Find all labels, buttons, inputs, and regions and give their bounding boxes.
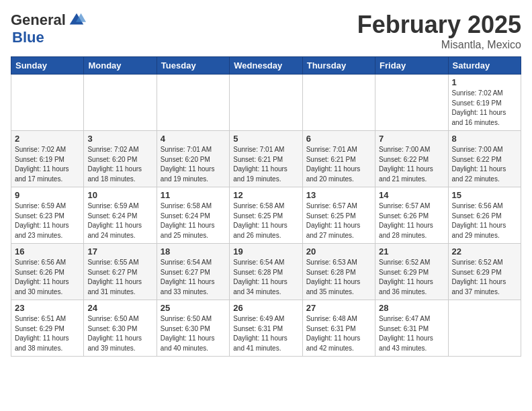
day-info: Sunrise: 6:57 AM Sunset: 6:26 PM Dayligh… (379, 201, 444, 240)
calendar-cell: 17Sunrise: 6:55 AM Sunset: 6:27 PM Dayli… (84, 244, 157, 300)
day-info: Sunrise: 6:48 AM Sunset: 6:31 PM Dayligh… (306, 314, 371, 353)
day-info: Sunrise: 7:01 AM Sunset: 6:21 PM Dayligh… (306, 145, 371, 184)
day-info: Sunrise: 6:52 AM Sunset: 6:29 PM Dayligh… (452, 258, 517, 297)
calendar-cell: 1Sunrise: 7:02 AM Sunset: 6:19 PM Daylig… (448, 75, 521, 131)
month-year: February 2025 (357, 11, 521, 39)
calendar-cell: 8Sunrise: 7:00 AM Sunset: 6:22 PM Daylig… (448, 131, 521, 187)
day-number: 17 (87, 246, 152, 257)
calendar-cell: 16Sunrise: 6:56 AM Sunset: 6:26 PM Dayli… (11, 244, 84, 300)
weekday-header-row: SundayMondayTuesdayWednesdayThursdayFrid… (11, 57, 521, 75)
calendar-cell (230, 75, 302, 131)
day-number: 3 (87, 134, 152, 144)
calendar-week-row: 1Sunrise: 7:02 AM Sunset: 6:19 PM Daylig… (11, 75, 521, 131)
day-number: 14 (379, 190, 444, 200)
calendar-cell: 21Sunrise: 6:52 AM Sunset: 6:29 PM Dayli… (375, 244, 448, 300)
day-number: 6 (306, 134, 371, 144)
calendar-cell: 12Sunrise: 6:58 AM Sunset: 6:25 PM Dayli… (230, 187, 302, 244)
calendar-cell (302, 75, 375, 131)
calendar-cell: 11Sunrise: 6:58 AM Sunset: 6:24 PM Dayli… (157, 187, 229, 244)
day-info: Sunrise: 6:56 AM Sunset: 6:26 PM Dayligh… (15, 258, 80, 297)
calendar-cell: 23Sunrise: 6:51 AM Sunset: 6:29 PM Dayli… (11, 300, 84, 357)
calendar-cell: 5Sunrise: 7:01 AM Sunset: 6:21 PM Daylig… (230, 131, 302, 187)
day-number: 9 (15, 190, 80, 200)
day-info: Sunrise: 6:50 AM Sunset: 6:30 PM Dayligh… (87, 314, 152, 353)
calendar-cell: 13Sunrise: 6:57 AM Sunset: 6:25 PM Dayli… (302, 187, 375, 244)
day-number: 24 (87, 303, 152, 313)
day-info: Sunrise: 6:53 AM Sunset: 6:28 PM Dayligh… (306, 258, 371, 297)
day-number: 2 (15, 134, 80, 144)
day-info: Sunrise: 6:54 AM Sunset: 6:27 PM Dayligh… (161, 258, 226, 297)
day-number: 11 (161, 190, 226, 200)
calendar-cell: 2Sunrise: 7:02 AM Sunset: 6:19 PM Daylig… (11, 131, 84, 187)
day-number: 25 (161, 303, 226, 313)
calendar-cell (448, 300, 521, 357)
day-info: Sunrise: 7:02 AM Sunset: 6:19 PM Dayligh… (15, 145, 80, 184)
day-number: 22 (452, 246, 517, 257)
calendar-cell: 4Sunrise: 7:01 AM Sunset: 6:20 PM Daylig… (157, 131, 229, 187)
day-info: Sunrise: 6:57 AM Sunset: 6:25 PM Dayligh… (306, 201, 371, 240)
day-info: Sunrise: 6:49 AM Sunset: 6:31 PM Dayligh… (233, 314, 298, 353)
day-number: 27 (306, 303, 371, 313)
day-info: Sunrise: 7:01 AM Sunset: 6:20 PM Dayligh… (161, 145, 226, 184)
calendar-cell (11, 75, 84, 131)
calendar-week-row: 2Sunrise: 7:02 AM Sunset: 6:19 PM Daylig… (11, 131, 521, 187)
day-number: 21 (379, 246, 444, 257)
day-info: Sunrise: 6:47 AM Sunset: 6:31 PM Dayligh… (379, 314, 444, 353)
day-number: 5 (233, 134, 298, 144)
calendar-cell: 20Sunrise: 6:53 AM Sunset: 6:28 PM Dayli… (302, 244, 375, 300)
day-info: Sunrise: 7:01 AM Sunset: 6:21 PM Dayligh… (233, 145, 298, 184)
calendar-cell (84, 75, 157, 131)
day-number: 16 (15, 246, 80, 257)
day-number: 15 (452, 190, 517, 200)
title-block: February 2025 Misantla, Mexico (357, 11, 521, 51)
day-info: Sunrise: 7:02 AM Sunset: 6:19 PM Dayligh… (452, 89, 517, 128)
day-info: Sunrise: 6:54 AM Sunset: 6:28 PM Dayligh… (233, 258, 298, 297)
logo-blue: Blue (12, 29, 44, 46)
location: Misantla, Mexico (357, 39, 521, 51)
weekday-header-thursday: Thursday (302, 57, 375, 75)
calendar-cell: 25Sunrise: 6:50 AM Sunset: 6:30 PM Dayli… (157, 300, 229, 357)
weekday-header-tuesday: Tuesday (157, 57, 229, 75)
day-number: 23 (15, 303, 80, 313)
calendar-cell: 28Sunrise: 6:47 AM Sunset: 6:31 PM Dayli… (375, 300, 448, 357)
day-number: 18 (161, 246, 226, 257)
day-number: 12 (233, 190, 298, 200)
weekday-header-monday: Monday (84, 57, 157, 75)
day-number: 4 (161, 134, 226, 144)
day-info: Sunrise: 6:56 AM Sunset: 6:26 PM Dayligh… (452, 201, 517, 240)
weekday-header-sunday: Sunday (11, 57, 84, 75)
calendar-week-row: 23Sunrise: 6:51 AM Sunset: 6:29 PM Dayli… (11, 300, 521, 357)
calendar-cell: 22Sunrise: 6:52 AM Sunset: 6:29 PM Dayli… (448, 244, 521, 300)
calendar-cell (375, 75, 448, 131)
calendar-cell: 3Sunrise: 7:02 AM Sunset: 6:20 PM Daylig… (84, 131, 157, 187)
weekday-header-wednesday: Wednesday (230, 57, 302, 75)
day-number: 20 (306, 246, 371, 257)
day-info: Sunrise: 6:52 AM Sunset: 6:29 PM Dayligh… (379, 258, 444, 297)
day-info: Sunrise: 6:55 AM Sunset: 6:27 PM Dayligh… (87, 258, 152, 297)
logo-general: General (11, 12, 66, 28)
calendar-cell: 19Sunrise: 6:54 AM Sunset: 6:28 PM Dayli… (230, 244, 302, 300)
day-info: Sunrise: 7:00 AM Sunset: 6:22 PM Dayligh… (452, 145, 517, 184)
day-info: Sunrise: 6:50 AM Sunset: 6:30 PM Dayligh… (161, 314, 226, 353)
day-number: 13 (306, 190, 371, 200)
day-number: 7 (379, 134, 444, 144)
calendar-cell: 6Sunrise: 7:01 AM Sunset: 6:21 PM Daylig… (302, 131, 375, 187)
page-header: General Blue February 2025 Misantla, Mex… (11, 11, 521, 51)
day-info: Sunrise: 6:51 AM Sunset: 6:29 PM Dayligh… (15, 314, 80, 353)
day-number: 8 (452, 134, 517, 144)
calendar-cell: 18Sunrise: 6:54 AM Sunset: 6:27 PM Dayli… (157, 244, 229, 300)
day-number: 19 (233, 246, 298, 257)
weekday-header-friday: Friday (375, 57, 448, 75)
calendar-table: SundayMondayTuesdayWednesdayThursdayFrid… (11, 56, 521, 357)
logo-icon (67, 11, 86, 30)
calendar-cell: 27Sunrise: 6:48 AM Sunset: 6:31 PM Dayli… (302, 300, 375, 357)
calendar-cell: 26Sunrise: 6:49 AM Sunset: 6:31 PM Dayli… (230, 300, 302, 357)
calendar-cell: 9Sunrise: 6:59 AM Sunset: 6:23 PM Daylig… (11, 187, 84, 244)
weekday-header-saturday: Saturday (448, 57, 521, 75)
calendar-week-row: 9Sunrise: 6:59 AM Sunset: 6:23 PM Daylig… (11, 187, 521, 244)
calendar-cell: 10Sunrise: 6:59 AM Sunset: 6:24 PM Dayli… (84, 187, 157, 244)
day-info: Sunrise: 6:58 AM Sunset: 6:24 PM Dayligh… (161, 201, 226, 240)
logo: General Blue (11, 11, 86, 46)
day-number: 28 (379, 303, 444, 313)
day-number: 10 (87, 190, 152, 200)
